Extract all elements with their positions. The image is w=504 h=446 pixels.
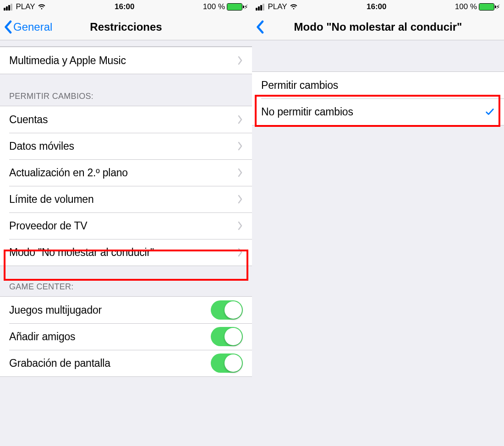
row-label: No permitir cambios (261, 106, 485, 118)
chevron-right-icon (237, 168, 243, 177)
list-item[interactable]: Datos móviles (0, 133, 252, 159)
chevron-right-icon (237, 195, 243, 204)
toggle-switch[interactable] (211, 327, 243, 346)
signal-icon (4, 4, 12, 11)
toggle-switch[interactable] (211, 300, 243, 320)
list-item[interactable]: Modo "No molestar al conducir" (0, 239, 252, 266)
row-label: Proveedor de TV (9, 220, 237, 232)
toggle-switch[interactable] (211, 354, 243, 373)
chevron-left-icon (256, 20, 264, 34)
status-time: 16:00 (367, 2, 386, 11)
status-time: 16:00 (115, 2, 134, 11)
list-item[interactable]: Cuentas (0, 106, 252, 133)
carrier-label: PLAY (268, 2, 287, 11)
list-item[interactable]: Grabación de pantalla (0, 350, 252, 376)
row-label: Modo "No molestar al conducir" (9, 246, 237, 259)
status-bar: PLAY 16:00 100 % ⚡︎ (252, 0, 504, 14)
battery-icon: ⚡︎ (479, 3, 500, 11)
row-label: Permitir cambios (261, 79, 495, 92)
phone-right: PLAY 16:00 100 % ⚡︎ Modo "No molestar al… (252, 0, 504, 446)
section-header-gamecenter: GAME CENTER: (0, 266, 252, 296)
list-item[interactable]: Juegos multijugador (0, 297, 252, 323)
wifi-icon (37, 2, 46, 11)
battery-percent: 100 % (203, 2, 225, 11)
row-label: Cuentas (9, 114, 237, 126)
list-item[interactable]: Añadir amigos (0, 323, 252, 350)
row-label: Multimedia y Apple Music (9, 54, 237, 67)
back-button[interactable]: General (4, 20, 52, 34)
chevron-right-icon (237, 221, 243, 230)
list-item[interactable]: Proveedor de TV (0, 212, 252, 239)
chevron-left-icon (4, 20, 12, 34)
charging-icon: ⚡︎ (496, 3, 500, 11)
carrier-label: PLAY (16, 2, 35, 11)
row-multimedia-apple-music[interactable]: Multimedia y Apple Music (0, 47, 252, 74)
row-label: Actualización en 2.º plano (9, 167, 237, 179)
checkmark-icon (485, 107, 495, 117)
list-item[interactable]: Actualización en 2.º plano (0, 159, 252, 186)
status-bar: PLAY 16:00 100 % ⚡︎ (0, 0, 252, 14)
nav-header: General Restricciones (0, 14, 252, 40)
battery-icon: ⚡︎ (227, 3, 248, 11)
nav-header: Modo "No molestar al conducir" (252, 14, 504, 40)
chevron-right-icon (237, 248, 243, 257)
row-disallow-changes[interactable]: No permitir cambios (252, 98, 504, 125)
row-label: Grabación de pantalla (9, 357, 211, 370)
chevron-right-icon (237, 141, 243, 151)
chevron-right-icon (237, 115, 243, 124)
list-item[interactable]: Límite de volumen (0, 186, 252, 212)
row-label: Límite de volumen (9, 193, 237, 206)
allow-changes-list: CuentasDatos móvilesActualización en 2.º… (0, 106, 252, 266)
phone-left: PLAY 16:00 100 % ⚡︎ General Restriccione… (0, 0, 252, 446)
back-label: General (13, 21, 52, 33)
battery-percent: 100 % (455, 2, 477, 11)
page-title: Modo "No molestar al conducir" (252, 21, 504, 33)
row-label: Datos móviles (9, 140, 237, 152)
chevron-right-icon (237, 56, 243, 65)
section-header-allow: PERMITIR CAMBIOS: (0, 74, 252, 106)
row-label: Juegos multijugador (9, 304, 211, 316)
wifi-icon (289, 2, 298, 11)
row-allow-changes[interactable]: Permitir cambios (252, 72, 504, 98)
gamecenter-list: Juegos multijugadorAñadir amigosGrabació… (0, 296, 252, 377)
signal-icon (256, 4, 264, 11)
row-label: Añadir amigos (9, 331, 211, 343)
back-button[interactable] (256, 20, 264, 34)
charging-icon: ⚡︎ (244, 3, 248, 11)
